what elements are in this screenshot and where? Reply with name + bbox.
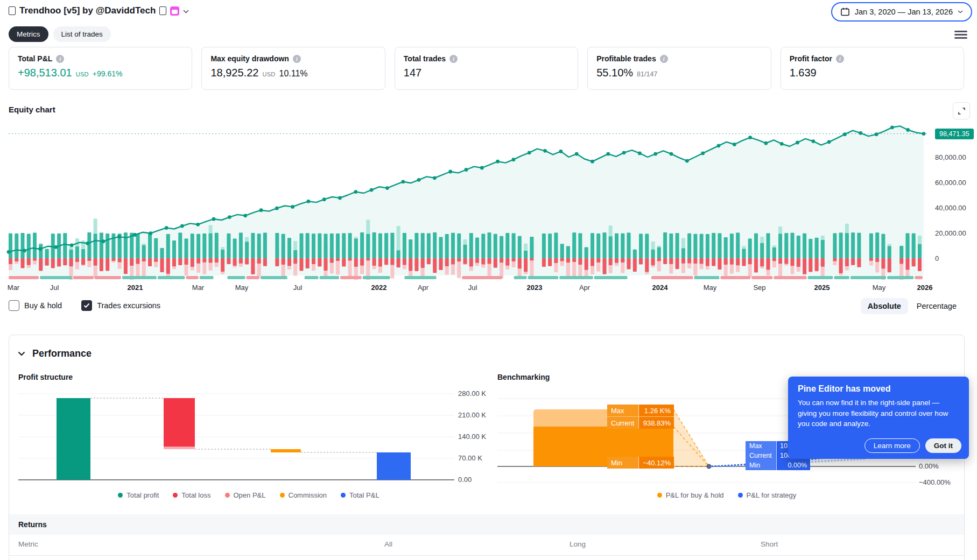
col-long: Long (570, 540, 586, 548)
last-value-badge: 98,471.35 (935, 129, 974, 139)
missing-glyph-icon (159, 6, 166, 15)
x-axis-label: Jul (468, 283, 477, 292)
x-axis-label: May (873, 283, 886, 292)
percentage-toggle[interactable]: Percentage (912, 298, 961, 314)
buyhold-max-tag: Max 1.26 K% (607, 405, 674, 416)
x-axis-label: Mar (192, 283, 204, 292)
legend-dot-icon (225, 493, 230, 498)
strategy-min-tag: Min 0.00% (746, 460, 810, 470)
svg-text:0.00: 0.00 (458, 476, 472, 484)
tag-label: Current (607, 417, 638, 429)
col-short: Short (761, 540, 778, 548)
profit-structure-chart[interactable]: 280.00 K210.00 K140.00 K70.00 K0.00 (9, 389, 494, 488)
returns-band: Returns (9, 514, 964, 535)
x-axis-label: Apr (579, 283, 590, 292)
equity-chart-title: Equity chart (9, 105, 55, 114)
tag-label: Min (746, 460, 776, 470)
popup-title: Pine Editor has moved (798, 384, 959, 394)
date-range-label: Jan 3, 2020 — Jan 13, 2026 (855, 8, 953, 16)
strategy-tester-panel: Trendhoo [v5] by @DaviddTech Jan 3, 2020… (0, 0, 977, 560)
legend-item: P&L for buy & hold (657, 491, 724, 499)
x-axis-label: 2025 (814, 283, 830, 292)
legend-dot-icon (173, 493, 178, 498)
svg-text:70.00 K: 70.00 K (458, 454, 482, 462)
popup-body: You can now find it in the right-side pa… (798, 398, 959, 429)
stat-label: Max equity drawdown (210, 54, 289, 63)
trades-excursions-checkbox[interactable]: Trades excursions (81, 300, 160, 311)
benchmarking-legend: P&L for buy & holdP&L for strategy (488, 491, 965, 499)
buy-hold-checkbox[interactable]: Buy & hold (9, 300, 62, 311)
legend-dot-icon (118, 493, 123, 498)
x-axis-label: May (704, 283, 717, 292)
chart-controls: Buy & hold Trades excursions (9, 300, 160, 311)
legend-dot-icon (738, 493, 743, 498)
calendar-icon (840, 7, 850, 17)
legend-dot-icon (341, 493, 346, 498)
tag-label: Current (746, 451, 776, 460)
date-range-button[interactable]: Jan 3, 2020 — Jan 13, 2026 (831, 2, 972, 22)
pine-editor-popup: Pine Editor has moved You can now find i… (788, 377, 969, 459)
returns-title: Returns (18, 520, 47, 529)
calendar-emoji-icon (170, 6, 179, 16)
col-all: All (384, 540, 392, 548)
x-axis-label: Mar (8, 283, 19, 292)
svg-text:140.00 K: 140.00 K (458, 433, 486, 441)
x-axis-label: Jul (50, 283, 59, 292)
y-axis-label: 80,000.00 (935, 153, 966, 161)
svg-text:0.00%: 0.00% (919, 462, 939, 470)
legend-dot-icon (657, 493, 662, 498)
got-it-button[interactable]: Got it (925, 438, 961, 453)
svg-text:210.00 K: 210.00 K (458, 411, 486, 419)
expand-chart-button[interactable] (953, 102, 970, 119)
performance-header[interactable]: Performance (18, 348, 92, 359)
tab-metrics[interactable]: Metrics (9, 26, 48, 42)
info-icon[interactable]: i (836, 55, 844, 63)
info-icon[interactable]: i (660, 55, 668, 63)
tab-list-of-trades[interactable]: List of trades (53, 26, 111, 42)
chevron-down-icon (18, 351, 25, 356)
legend-item: Total loss (173, 491, 210, 499)
svg-text:−400.00%: −400.00% (919, 478, 951, 486)
chevron-down-icon[interactable] (183, 6, 189, 16)
buyhold-current-tag: Current 938.83% (607, 417, 674, 429)
legend-item: P&L for strategy (738, 491, 797, 499)
absolute-toggle[interactable]: Absolute (861, 298, 908, 314)
col-metric: Metric (18, 540, 38, 548)
y-axis-label: 60,000.00 (935, 179, 966, 187)
stat-value: 1.639 (790, 67, 817, 79)
stat-card-profit-factor: Profit factori 1.639 (781, 47, 964, 90)
stat-label: Total trades (404, 54, 446, 63)
x-axis-label: 2023 (527, 283, 543, 292)
stat-value: +98,513.01 (18, 67, 72, 79)
report-header: Trendhoo [v5] by @DaviddTech (9, 5, 189, 16)
y-axis-label: 40,000.00 (935, 204, 966, 212)
info-icon[interactable]: i (56, 55, 64, 63)
benchmarking-title: Benchmarking (497, 373, 550, 381)
stat-card-total-trades: Total tradesi 147 (395, 47, 578, 90)
stat-unit: USD (76, 71, 89, 77)
legend-item: Commission (280, 491, 327, 499)
profit-structure-title: Profit structure (18, 373, 73, 381)
stat-label: Profit factor (790, 54, 832, 63)
stat-extra: +99.61% (93, 69, 123, 78)
expand-icon (957, 107, 966, 116)
tag-label: Max (607, 405, 638, 416)
info-icon[interactable]: i (449, 55, 458, 63)
stats-row: Total P&Li +98,513.01USD+99.61% Max equi… (9, 47, 964, 90)
stat-card-profitable-trades: Profitable tradesi 55.10%81/147 (587, 47, 771, 90)
checkbox-unchecked-icon[interactable] (9, 300, 19, 311)
stat-value: 55.10% (596, 67, 633, 79)
learn-more-button[interactable]: Learn more (864, 438, 920, 453)
stat-value: 18,925.22 (210, 67, 258, 79)
x-axis-label: Jul (293, 283, 303, 292)
layout-menu-icon[interactable] (954, 29, 967, 40)
info-icon[interactable]: i (293, 55, 301, 63)
stat-card-max-drawdown: Max equity drawdowni 18,925.22USD10.11% (201, 47, 385, 90)
legend-dot-icon (280, 493, 285, 498)
tag-label: Min (607, 457, 638, 469)
legend-item: Total profit (118, 491, 159, 499)
equity-chart[interactable] (0, 118, 931, 280)
stat-label: Total P&L (18, 54, 52, 63)
checkbox-checked-icon[interactable] (81, 300, 92, 311)
buy-hold-label: Buy & hold (24, 301, 62, 310)
